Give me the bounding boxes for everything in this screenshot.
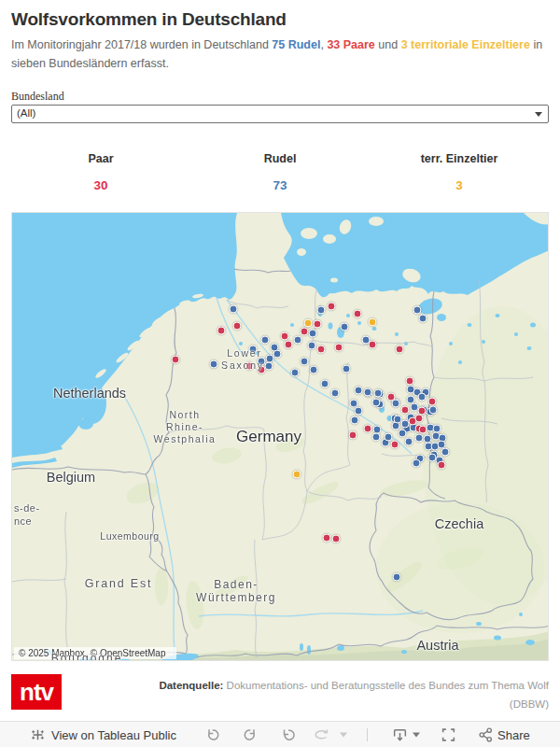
map-dot-paar[interactable]: [245, 362, 254, 371]
map-dot-paar[interactable]: [396, 345, 404, 354]
map-dot-rudel[interactable]: [413, 306, 422, 315]
map-dot-rudel[interactable]: [372, 399, 381, 407]
map-dot-paar[interactable]: [369, 341, 377, 349]
undo-icon[interactable]: [204, 727, 220, 742]
ntv-logo: ntv: [11, 674, 62, 710]
stat-einzeltier: terr. Einzeltier 3: [370, 152, 549, 192]
stat-paar-value: 30: [11, 178, 190, 192]
map-dot-paar[interactable]: [332, 535, 341, 543]
map-dot-rudel[interactable]: [331, 389, 340, 398]
map-dot-rudel[interactable]: [310, 366, 318, 374]
map-dot-paar[interactable]: [428, 398, 437, 406]
chevron-down-icon: [535, 112, 542, 117]
map-attribution: © 2025 Mapbox© OpenStreetMap: [14, 647, 176, 659]
map-dot-rudel[interactable]: [399, 430, 407, 438]
map-dot-paar[interactable]: [314, 320, 322, 329]
replay-icon[interactable]: [280, 727, 296, 742]
map-dot-rudel[interactable]: [308, 342, 316, 350]
map-dot-rudel[interactable]: [418, 393, 427, 402]
map-dot-rudel[interactable]: [343, 365, 351, 374]
share-button[interactable]: Share: [497, 727, 530, 741]
map-dot-rudel[interactable]: [351, 416, 359, 425]
map-dot-paar[interactable]: [349, 431, 357, 440]
bundesland-dropdown[interactable]: (All): [11, 105, 549, 123]
map-dot-paar[interactable]: [364, 425, 372, 433]
refresh-dropdown-caret[interactable]: [340, 732, 347, 737]
map-dot-rudel[interactable]: [393, 573, 401, 582]
map-dot-rudel[interactable]: [294, 336, 302, 345]
map-dot-rudel[interactable]: [301, 358, 309, 366]
map-dot-einzeltier[interactable]: [304, 319, 313, 328]
fullscreen-icon[interactable]: [441, 726, 456, 742]
tableau-toolbar: View on Tableau Public: [0, 721, 560, 747]
map-dot-paar[interactable]: [419, 426, 427, 434]
map-dot-paar[interactable]: [401, 406, 410, 415]
mapbox-attribution[interactable]: © 2025 Mapbox: [19, 648, 85, 658]
map-dot-rudel[interactable]: [249, 345, 258, 354]
map-dot-rudel[interactable]: [429, 406, 438, 415]
map-dot-paar[interactable]: [335, 344, 343, 352]
map-dot-einzeltier[interactable]: [369, 318, 377, 327]
map-dot-paar[interactable]: [301, 328, 309, 336]
stat-einzeltier-value: 3: [370, 178, 549, 192]
map-dot-rudel[interactable]: [372, 433, 381, 442]
map-dot-rudel[interactable]: [433, 425, 441, 433]
map-dot-rudel[interactable]: [415, 434, 424, 443]
map-dot-paar[interactable]: [285, 341, 293, 349]
map-dot-rudel[interactable]: [441, 448, 450, 457]
map-dot-rudel[interactable]: [317, 306, 326, 315]
stat-rudel: Rudel 73: [190, 152, 370, 192]
map-dot-rudel[interactable]: [341, 323, 349, 331]
map-dot-paar[interactable]: [387, 393, 396, 402]
map-dot-paar[interactable]: [233, 322, 242, 331]
view-on-tableau-public-link[interactable]: View on Tableau Public: [51, 727, 176, 741]
map-dot-paar[interactable]: [281, 332, 289, 341]
stat-rudel-value: 73: [190, 178, 370, 192]
map-dot-rudel[interactable]: [355, 407, 363, 416]
redo-icon[interactable]: [243, 727, 259, 742]
device-dropdown-caret[interactable]: [413, 732, 420, 737]
map-dot-rudel[interactable]: [210, 360, 218, 369]
map-dot-rudel[interactable]: [261, 336, 270, 345]
osm-attribution[interactable]: © OpenStreetMap: [91, 648, 166, 658]
dropdown-selected-value: (All): [17, 107, 35, 119]
map-dot-rudel[interactable]: [428, 454, 437, 462]
map-dot-paar[interactable]: [317, 345, 326, 354]
map-dot-paar[interactable]: [217, 327, 226, 335]
map-dot-paar[interactable]: [328, 303, 336, 311]
map-dot-rudel[interactable]: [374, 389, 383, 398]
share-icon[interactable]: [478, 726, 494, 742]
map-dot-rudel[interactable]: [407, 396, 415, 404]
map-dot-rudel[interactable]: [273, 350, 282, 359]
subtitle: Im Monitoringjahr 2017/18 wurden in Deut…: [11, 35, 549, 73]
map-dot-rudel[interactable]: [413, 459, 421, 468]
map-basemap: [12, 213, 549, 661]
map-dot-rudel[interactable]: [364, 388, 372, 397]
map-dot-paar[interactable]: [438, 461, 446, 470]
map-dot-paar[interactable]: [172, 356, 180, 364]
map-dot-rudel[interactable]: [405, 438, 413, 446]
refresh-icon[interactable]: [314, 727, 330, 742]
map-dot-paar[interactable]: [323, 534, 331, 543]
map-dot-paar[interactable]: [406, 377, 414, 386]
tableau-logo-icon[interactable]: [30, 726, 46, 742]
device-layout-icon[interactable]: [392, 726, 408, 742]
source-label: Datenquelle:: [159, 680, 223, 691]
data-source-note: Datenquelle: Dokumentations- und Beratun…: [110, 676, 549, 713]
map-dot-rudel[interactable]: [355, 387, 363, 395]
map-dot-rudel[interactable]: [230, 305, 238, 314]
map-dot-paar[interactable]: [391, 441, 399, 449]
map-dot-einzeltier[interactable]: [293, 471, 301, 479]
map-dot-paar[interactable]: [258, 366, 266, 374]
stat-einzeltier-label: terr. Einzeltier: [370, 152, 549, 165]
map-dot-paar[interactable]: [354, 310, 362, 318]
map-dot-rudel[interactable]: [265, 362, 273, 371]
wolf-map[interactable]: © 2025 Mapbox© OpenStreetMap Netherlands…: [11, 212, 549, 661]
map-dot-paar[interactable]: [409, 417, 417, 426]
map-dot-rudel[interactable]: [291, 369, 300, 377]
map-dot-rudel[interactable]: [309, 330, 317, 338]
subtitle-text: Im Monitoringjahr 2017/18 wurden in Deut…: [11, 38, 272, 51]
map-dot-rudel[interactable]: [321, 380, 329, 388]
map-dot-rudel[interactable]: [385, 433, 393, 442]
map-dot-rudel[interactable]: [419, 315, 427, 323]
